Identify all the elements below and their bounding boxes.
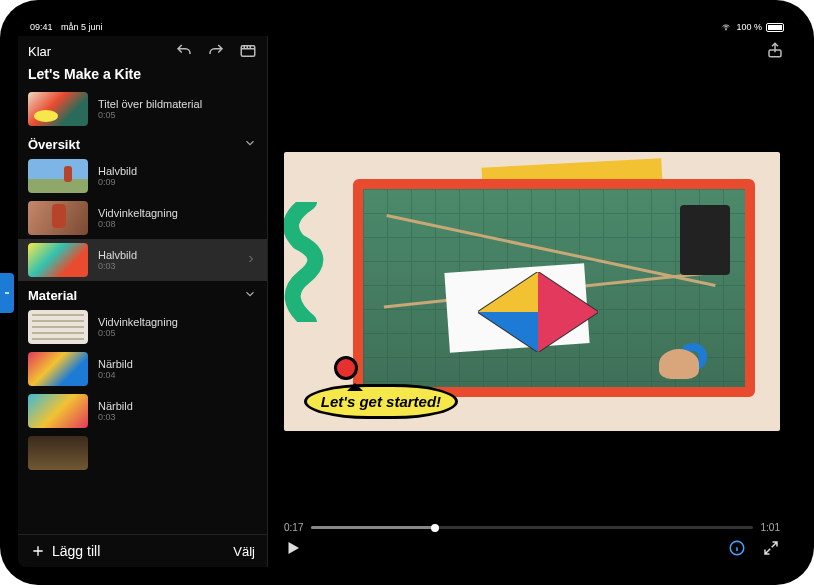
clip-thumb xyxy=(28,310,88,344)
project-title: Let's Make a Kite xyxy=(18,62,267,88)
clip-label: Titel över bildmaterial xyxy=(98,98,202,110)
svg-point-0 xyxy=(726,29,727,30)
speech-bubble: Let's get started! xyxy=(304,384,458,419)
status-date: mån 5 juni xyxy=(61,22,103,32)
preview-area: Let's get started! 0:17 1:01 xyxy=(268,36,796,567)
total-time: 1:01 xyxy=(761,522,780,533)
fullscreen-button[interactable] xyxy=(762,539,780,557)
select-button[interactable]: Välj xyxy=(233,544,255,559)
info-button[interactable] xyxy=(728,539,746,557)
clip-thumb xyxy=(28,92,88,126)
clip-duration: 0:08 xyxy=(98,219,178,229)
app: Klar Let's Make a Kite Titel över bildma… xyxy=(18,36,796,567)
ipad-frame: 09:41 mån 5 juni 100 % Klar xyxy=(0,0,814,585)
done-button[interactable]: Klar xyxy=(28,44,51,59)
plus-icon xyxy=(30,543,46,559)
clip-thumb xyxy=(28,243,88,277)
svg-marker-5 xyxy=(478,312,538,352)
storyboard-button[interactable] xyxy=(239,42,257,60)
sidebar-toolbar: Klar xyxy=(18,36,267,62)
scrubber[interactable] xyxy=(311,526,752,529)
battery-icon xyxy=(766,23,784,32)
clip-label: Vidvinkeltagning xyxy=(98,207,178,219)
undo-button[interactable] xyxy=(175,42,193,60)
svg-marker-6 xyxy=(478,272,538,312)
clip-thumb xyxy=(28,201,88,235)
redo-button[interactable] xyxy=(207,42,225,60)
video-viewer[interactable]: Let's get started! xyxy=(284,152,780,431)
clip-thumb xyxy=(28,159,88,193)
share-button[interactable] xyxy=(766,41,784,59)
status-bar: 09:41 mån 5 juni 100 % xyxy=(18,18,796,36)
current-time: 0:17 xyxy=(284,522,303,533)
clip-row[interactable]: Närbild 0:04 xyxy=(18,348,267,390)
clip-thumb xyxy=(28,352,88,386)
clip-label: Närbild xyxy=(98,400,133,412)
clip-duration: 0:05 xyxy=(98,328,178,338)
clip-thumb xyxy=(28,436,88,470)
status-time: 09:41 xyxy=(30,22,53,32)
screen: 09:41 mån 5 juni 100 % Klar xyxy=(18,18,796,567)
sidebar-bottom-bar: Lägg till Välj xyxy=(18,534,267,567)
svg-marker-4 xyxy=(538,272,598,352)
clip-duration: 0:03 xyxy=(98,412,133,422)
clip-duration: 0:09 xyxy=(98,177,137,187)
clip-label: Halvbild xyxy=(98,165,137,177)
status-left: 09:41 mån 5 juni xyxy=(30,22,103,32)
clip-row[interactable]: Vidvinkeltagning 0:08 xyxy=(18,197,267,239)
clip-duration: 0:05 xyxy=(98,110,202,120)
section-oversikt[interactable]: Översikt xyxy=(18,130,267,155)
sidebar: Klar Let's Make a Kite Titel över bildma… xyxy=(18,36,268,567)
section-heading: Översikt xyxy=(28,137,80,152)
section-heading: Material xyxy=(28,288,77,303)
clip-label: Närbild xyxy=(98,358,133,370)
clip-row[interactable] xyxy=(18,432,267,474)
wifi-icon xyxy=(720,23,732,32)
clip-duration: 0:03 xyxy=(98,261,137,271)
clip-label: Vidvinkeltagning xyxy=(98,316,178,328)
play-button[interactable] xyxy=(284,539,302,557)
clip-row[interactable]: Närbild 0:03 xyxy=(18,390,267,432)
chevron-down-icon xyxy=(243,287,257,304)
add-button[interactable]: Lägg till xyxy=(30,543,100,559)
title-clip-row[interactable]: Titel över bildmaterial 0:05 xyxy=(18,88,267,130)
add-label: Lägg till xyxy=(52,543,100,559)
clip-row[interactable]: Vidvinkeltagning 0:05 xyxy=(18,306,267,348)
clip-list: Titel över bildmaterial 0:05 Översikt Ha… xyxy=(18,88,267,534)
player-controls: 0:17 1:01 xyxy=(268,518,796,567)
video-frame xyxy=(353,179,755,397)
chevron-down-icon xyxy=(243,136,257,153)
decor-squiggle xyxy=(284,202,349,322)
section-material[interactable]: Material xyxy=(18,281,267,306)
clip-row-selected[interactable]: Halvbild 0:03 xyxy=(18,239,267,281)
clip-label: Halvbild xyxy=(98,249,137,261)
battery-text: 100 % xyxy=(736,22,762,32)
clip-thumb xyxy=(28,394,88,428)
chevron-right-icon xyxy=(245,251,257,269)
clip-duration: 0:04 xyxy=(98,370,133,380)
sidebar-handle[interactable] xyxy=(0,273,14,313)
clip-row[interactable]: Halvbild 0:09 xyxy=(18,155,267,197)
